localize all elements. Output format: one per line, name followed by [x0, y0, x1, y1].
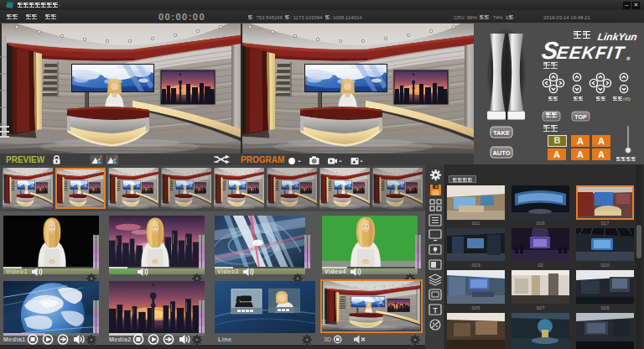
- svg-text:TOP: TOP: [574, 114, 587, 120]
- svg-text:T: T: [433, 306, 438, 315]
